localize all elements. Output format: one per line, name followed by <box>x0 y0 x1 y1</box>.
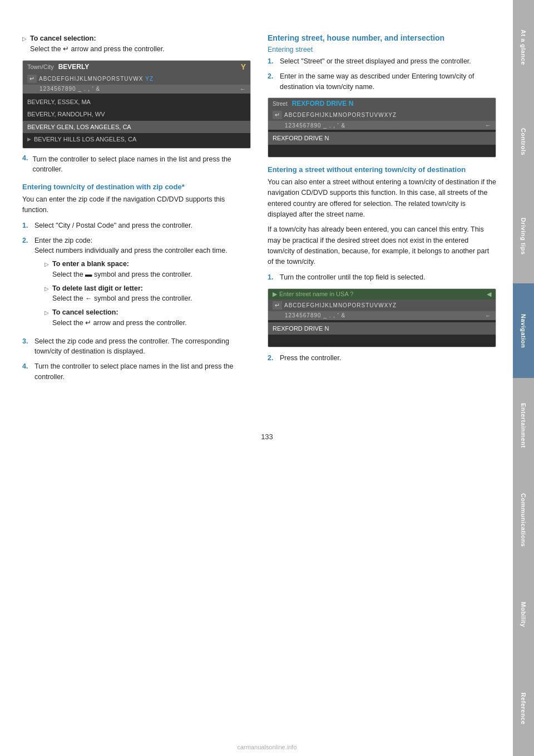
results-list: BEVERLY, ESSEX, MA BEVERLY, RANDOLPH, WV… <box>23 94 250 148</box>
sidebar-tab-reference[interactable]: Reference <box>513 661 534 756</box>
back-icon: ↵ <box>273 111 282 119</box>
street-step-1: 1. Select "Street" or the street display… <box>268 56 496 67</box>
bullet-arrow: ▷ <box>44 260 49 280</box>
town-city-screen: Town/City BEVERLY Y ↵ ABCDEFGHIJKLMNOPOR… <box>22 60 251 149</box>
bullet-arrow: ▷ <box>44 308 49 328</box>
backspace-icon: ← <box>485 312 491 319</box>
without-city-heading: Entering a street without entering town/… <box>268 165 496 174</box>
without-city-body2: If a town/city has already been entered,… <box>268 224 496 268</box>
zip-step-2: 2. Enter the zip code: Select numbers in… <box>22 235 251 332</box>
watermark: carmanualsonline.info <box>237 744 296 750</box>
backspace-icon: ← <box>485 122 491 129</box>
zip-step-4: 4. Turn the controller to select place n… <box>22 361 251 382</box>
arrow-left-icon: ◀ <box>487 291 491 298</box>
sub-bullet-1: ▷ To enter a blank space: Select the ▬ s… <box>44 259 228 328</box>
results-list: REXFORD DRIVE N <box>268 320 496 347</box>
list-item: BEVERLY, RANDOLPH, WV <box>23 108 250 121</box>
number-row: 1234567890 _ . , ' & ← <box>268 311 496 320</box>
list-item-result: REXFORD DRIVE N <box>268 132 496 145</box>
list-item-result: REXFORD DRIVE N <box>268 322 496 335</box>
step4-item: 4. Turn the controller to select place n… <box>22 154 251 175</box>
without-city-step2-list: 2. Press the controller. <box>268 353 496 364</box>
main-content: ▷ To cancel selection: Select the ↵ arro… <box>0 0 513 421</box>
zip-step-3: 3. Select the zip code and press the con… <box>22 336 251 357</box>
without-city-body1: You can also enter a street without ente… <box>268 177 496 220</box>
list-item: BEVERLY, ESSEX, MA <box>23 96 250 109</box>
bullet-arrow: ▷ <box>44 284 49 305</box>
sidebar-tab-controls[interactable]: Controls <box>513 95 534 189</box>
list-spacer <box>268 335 496 345</box>
keyboard-row: ↵ ABCDEFGHIJKLMNOPORSTUVWXYZ <box>268 300 496 311</box>
back-icon: ↵ <box>273 301 282 310</box>
screen-header: Town/City BEVERLY Y <box>23 61 250 73</box>
arrow-right-icon: ▶ <box>273 291 277 298</box>
entering-street-subheading: Entering street <box>268 46 496 53</box>
cancel-selection-bullet: ▷ To cancel selection: Select the ↵ arro… <box>22 33 251 55</box>
zip-section-heading: Entering town/city of destination with z… <box>22 183 251 191</box>
entering-street-steps: 1. Select "Street" or the street display… <box>268 56 496 92</box>
zip-steps-list: 1. Select "City / Postal Code" and press… <box>22 220 251 382</box>
number-row: 1234567890 _ . , ' & ← <box>268 121 496 130</box>
without-city-step-2: 2. Press the controller. <box>268 353 496 364</box>
sidebar: At a glance Controls Driving tips Naviga… <box>513 0 534 756</box>
keyboard-row: ↵ ABCDEFGHIJKLMNOPORSTUVWXYZ <box>268 109 496 121</box>
backspace-icon: ← <box>240 86 246 92</box>
enter-street-screen: ▶ Enter street name in USA ? ◀ ↵ ABCDEFG… <box>268 288 496 348</box>
street-screen-header: Street REXFORD DRIVE N <box>268 98 496 109</box>
sidebar-tab-communications[interactable]: Communications <box>513 473 534 567</box>
left-column: ▷ To cancel selection: Select the ↵ arro… <box>22 33 251 388</box>
zip-step-1: 1. Select "City / Postal Code" and press… <box>22 220 251 231</box>
y-icon: Y <box>241 62 246 71</box>
without-city-step-1: 1. Turn the controller until the top fie… <box>268 272 496 283</box>
list-item-highlight: BEVERLY GLEN, LOS ANGELES, CA <box>23 121 250 134</box>
sidebar-tab-navigation[interactable]: Navigation <box>513 283 534 378</box>
results-list: REXFORD DRIVE N <box>268 130 496 157</box>
page-number: 133 <box>0 433 534 441</box>
right-column: Entering street, house number, and inter… <box>268 33 496 388</box>
zip-intro: You can enter the zip code if the naviga… <box>22 194 251 216</box>
list-item-arrow: BEVERLY HILLS LOS ANGELES, CA <box>23 133 250 146</box>
street-screen: Street REXFORD DRIVE N ↵ ABCDEFGHIJKLMNO… <box>268 97 496 158</box>
bullet-arrow-icon: ▷ <box>22 35 27 55</box>
main-heading: Entering street, house number, and inter… <box>268 33 496 42</box>
without-city-steps: 1. Turn the controller until the top fie… <box>268 272 496 283</box>
number-row: 1234567890 _ . , ' & ← <box>23 85 250 94</box>
back-icon: ↵ <box>27 75 37 83</box>
enter-screen-header: ▶ Enter street name in USA ? ◀ <box>268 289 496 300</box>
keyboard-row: ↵ ABCDEFGHIJKLMNOPORSTUVWX YZ <box>23 73 250 85</box>
sidebar-tab-at-glance[interactable]: At a glance <box>513 0 534 95</box>
list-spacer <box>268 145 496 155</box>
sidebar-tab-entertainment[interactable]: Entertainment <box>513 378 534 473</box>
street-step-2: 2. Enter in the same way as described un… <box>268 71 496 92</box>
sidebar-tab-mobility[interactable]: Mobility <box>513 567 534 662</box>
sidebar-tab-driving-tips[interactable]: Driving tips <box>513 189 534 284</box>
